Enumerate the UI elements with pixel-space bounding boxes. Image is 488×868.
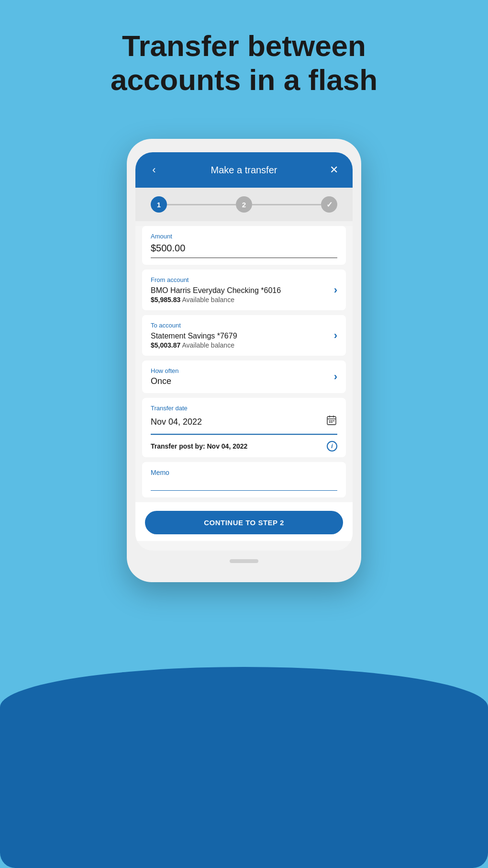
post-by-row: Transfer post by: Nov 04, 2022 i [151, 435, 337, 457]
from-account-balance: $5,985.83 Available balance [151, 296, 281, 304]
svg-rect-7 [329, 422, 331, 423]
close-button[interactable]: ✕ [325, 161, 343, 179]
from-account-label: From account [151, 276, 281, 283]
step-3-circle: ✓ [321, 196, 337, 213]
transfer-date-label: Transfer date [151, 405, 337, 412]
amount-section: Amount $500.00 [142, 226, 346, 265]
how-often-value: Once [151, 376, 179, 386]
to-account-chevron: › [334, 329, 337, 342]
home-indicator [230, 559, 258, 563]
progress-steps: 1 2 ✓ [135, 188, 353, 221]
post-by-text: Transfer post by: Nov 04, 2022 [151, 442, 247, 450]
from-balance-amount: $5,985.83 [151, 296, 180, 304]
to-account-row[interactable]: To account Statement Savings *7679 $5,00… [142, 315, 346, 356]
to-account-label: To account [151, 322, 237, 329]
transfer-date-section: Transfer date Nov 04, 2022 [142, 398, 346, 457]
svg-rect-5 [331, 420, 333, 421]
from-account-name: BMO Harris Everyday Checking *6016 [151, 286, 281, 295]
to-balance-amount: $5,003.87 [151, 341, 180, 349]
info-icon[interactable]: i [327, 441, 337, 451]
how-often-content: How often Once [151, 367, 179, 386]
svg-rect-6 [333, 420, 334, 421]
to-account-info: To account Statement Savings *7679 $5,00… [151, 322, 237, 349]
screen-title: Make a transfer [211, 165, 277, 176]
memo-section: Memo [142, 462, 346, 497]
svg-rect-8 [331, 422, 333, 423]
to-account-name: Statement Savings *7679 [151, 332, 237, 340]
how-often-chevron: › [334, 371, 337, 383]
to-balance-label: Available balance [182, 341, 234, 349]
memo-label: Memo [151, 469, 337, 476]
phone-screen: ‹ Make a transfer ✕ 1 2 ✓ [135, 152, 353, 551]
step-1-circle: 1 [151, 196, 167, 213]
from-balance-label: Available balance [182, 296, 234, 304]
calendar-icon[interactable] [326, 415, 337, 429]
step-line-1 [167, 204, 236, 205]
from-account-chevron: › [334, 284, 337, 296]
to-account-balance: $5,003.87 Available balance [151, 341, 237, 349]
bottom-wave-decoration [0, 667, 488, 868]
amount-label: Amount [151, 233, 337, 240]
from-account-info: From account BMO Harris Everyday Checkin… [151, 276, 281, 304]
step-line-2 [252, 204, 321, 205]
how-often-label: How often [151, 367, 179, 374]
how-often-row[interactable]: How often Once › [142, 361, 346, 393]
phone-mockup: ‹ Make a transfer ✕ 1 2 ✓ [127, 139, 361, 582]
continue-btn-container: CONTINUE TO STEP 2 [135, 502, 353, 541]
transfer-date-value[interactable]: Nov 04, 2022 [151, 417, 202, 427]
app-header: ‹ Make a transfer ✕ [135, 152, 353, 188]
step-2-circle: 2 [236, 196, 252, 213]
content-area: Amount $500.00 From account BMO Harris E… [135, 226, 353, 551]
amount-value[interactable]: $500.00 [151, 243, 337, 258]
continue-to-step2-button[interactable]: CONTINUE TO STEP 2 [145, 511, 343, 534]
from-account-row[interactable]: From account BMO Harris Everyday Checkin… [142, 270, 346, 310]
date-row: Nov 04, 2022 [151, 415, 337, 435]
back-button[interactable]: ‹ [145, 161, 163, 179]
memo-input-underline[interactable] [151, 481, 337, 491]
page-title: Transfer between accounts in a flash [82, 29, 406, 97]
svg-rect-4 [329, 420, 331, 421]
